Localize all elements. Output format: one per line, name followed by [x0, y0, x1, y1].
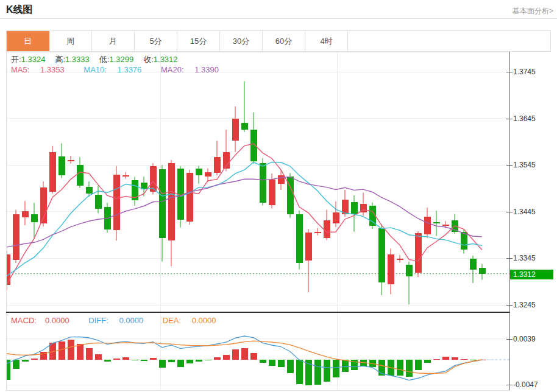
candle-body — [351, 202, 358, 214]
price-axis-tick: 1.3345 — [513, 254, 555, 262]
price-axis-tick: 1.3545 — [513, 161, 555, 169]
price-axis-tick: 1.3645 — [513, 114, 555, 123]
candle-body — [13, 214, 20, 260]
candle-body — [49, 152, 56, 192]
macd-bar — [205, 360, 211, 360]
macd-bar — [177, 360, 184, 367]
close-label: 收: — [143, 55, 154, 64]
candle-body — [324, 220, 330, 239]
candle-body — [397, 259, 403, 260]
candle-body — [186, 173, 193, 222]
candle-body — [168, 163, 175, 240]
high-value: 1.3333 — [65, 55, 90, 64]
ohlc-legend: 开:1.3324高:1.3333低:1.3299收:1.3312 — [11, 54, 188, 65]
macd-bar — [22, 360, 29, 362]
macd-bar — [241, 348, 248, 360]
low-label: 低: — [99, 55, 110, 64]
candle-body — [269, 180, 275, 205]
candle-body — [424, 217, 431, 234]
macd-bar — [269, 360, 275, 366]
candle-body — [415, 233, 422, 273]
macd-bar — [260, 360, 266, 363]
candle-body — [241, 123, 248, 130]
candle-body — [333, 212, 339, 223]
macd-bar — [150, 358, 157, 360]
ma10-legend: MA10: 1.3376 — [83, 65, 150, 74]
macd-bar — [452, 357, 458, 360]
open-label: 开: — [11, 55, 21, 64]
macd-value-legend: MACD:0.0000 — [11, 316, 78, 325]
chart-border — [6, 52, 509, 390]
diff-value-legend: DIFF: 0.0000 — [88, 316, 152, 325]
candle-body — [378, 228, 385, 283]
macd-bar — [68, 340, 74, 360]
macd-bar — [104, 360, 111, 362]
candle-body — [278, 175, 285, 184]
candle-body — [296, 214, 303, 263]
macd-bar — [397, 360, 403, 376]
macd-bar — [287, 360, 294, 373]
candle-body — [68, 160, 74, 161]
macd-bar — [424, 360, 431, 363]
macd-bar — [296, 360, 303, 384]
price-axis-tick: 1.3245 — [513, 301, 555, 309]
price-axis-tick: 1.3745 — [513, 68, 555, 76]
candle-body — [205, 172, 211, 177]
macd-bar — [59, 341, 65, 360]
candle-body — [433, 222, 440, 223]
dea-value-legend: DEA: 0.0000 — [163, 316, 225, 325]
candle-body — [406, 265, 413, 276]
candle-body — [31, 214, 38, 222]
macd-bar — [141, 360, 147, 361]
macd-bar — [406, 360, 413, 377]
macd-bar — [214, 357, 221, 360]
macd-bar — [13, 360, 20, 369]
candle-body — [77, 165, 83, 186]
candle-body — [388, 254, 394, 284]
candle-body — [86, 187, 93, 194]
candle-body — [59, 156, 65, 175]
macd-bar — [132, 360, 138, 360]
candle-body — [442, 225, 449, 226]
ma5-legend: MA5: 1.3353 — [11, 65, 73, 74]
ma20-legend: MA20: 1.3390 — [161, 65, 227, 74]
macd-bar — [186, 360, 193, 363]
macd-bar — [314, 360, 321, 385]
candle-body — [314, 232, 321, 233]
macd-bar — [442, 357, 449, 360]
candle-body — [122, 175, 129, 177]
candle-body — [232, 119, 239, 141]
macd-bar — [223, 355, 230, 360]
macd-bar — [196, 360, 202, 362]
candle-body — [22, 211, 29, 217]
candle-body — [305, 233, 312, 261]
macd-bar — [333, 360, 339, 377]
macd-bar — [470, 360, 477, 360]
macd-bar — [159, 360, 166, 368]
macd-bar — [342, 360, 349, 372]
candle-body — [159, 169, 166, 238]
candle-body — [260, 163, 266, 203]
macd-bar — [113, 359, 120, 360]
candle-body — [95, 195, 102, 209]
candle-body — [214, 157, 221, 173]
kline-chart[interactable]: 开:1.3324高:1.3333低:1.3299收:1.3312 MA5: 1.… — [0, 0, 557, 392]
macd-bar — [122, 357, 129, 360]
current-price-badge: 1.3312 — [510, 270, 553, 279]
macd-bar — [461, 359, 467, 360]
macd-bar — [250, 353, 257, 360]
macd-legend: MACD:0.0000 DIFF: 0.0000 DEA: 0.0000 — [11, 316, 233, 325]
macd-bar — [77, 344, 83, 360]
candle-body — [113, 175, 120, 229]
macd-bar — [40, 352, 47, 360]
macd-bar — [433, 359, 440, 360]
candle-body — [196, 169, 202, 175]
macd-bar — [86, 348, 93, 360]
macd-bar — [415, 360, 422, 370]
price-axis-tick: 1.3445 — [513, 208, 555, 216]
macd-bar — [232, 349, 239, 360]
candle-body — [479, 268, 486, 273]
macd-axis-tick: 0.0039 — [513, 335, 555, 343]
close-value: 1.3312 — [154, 55, 178, 64]
macd-bar — [31, 359, 38, 360]
